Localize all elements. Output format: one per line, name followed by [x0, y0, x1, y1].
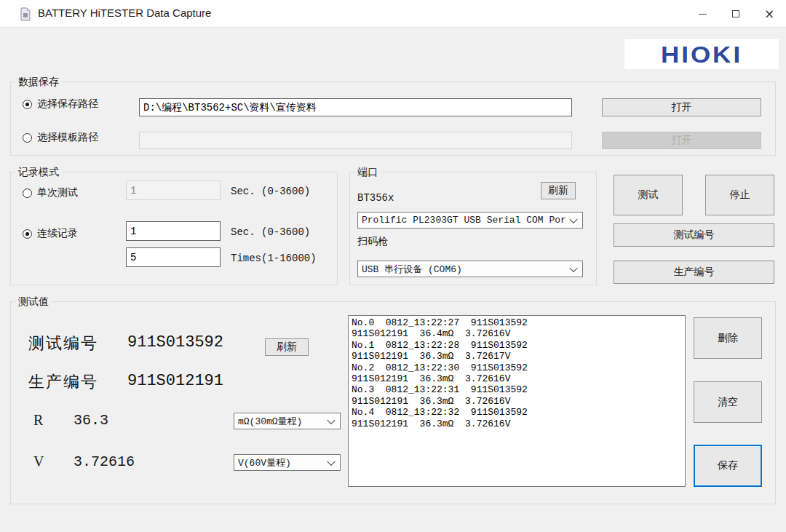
test-values-group: 测试值 测试编号 911S013592 刷新 生产编号 911S012191 R…: [10, 301, 776, 504]
device-label: BT356x: [357, 192, 394, 204]
delete-button[interactable]: 删除: [694, 317, 762, 359]
close-button[interactable]: ×: [753, 0, 786, 28]
resistance-range-select[interactable]: mΩ(30mΩ量程): [234, 413, 341, 429]
test-no-label: 测试编号: [28, 333, 98, 354]
template-path-radio-row[interactable]: 选择模板路径: [23, 131, 98, 144]
continuous-interval-hint: Sec. (0-3600): [231, 226, 310, 238]
app-icon: [20, 7, 31, 21]
open-template-path-button: 打开: [602, 132, 761, 149]
record-mode-group-label: 记录模式: [15, 166, 62, 178]
device-port-selected: Prolific PL2303GT USB Serial COM Por: [362, 215, 566, 226]
resistance-value: 36.3: [74, 412, 108, 429]
title-bar: BATTERY HiTESTER Data Capture ×: [0, 0, 786, 28]
continuous-record-radio-label: 连续记录: [37, 227, 78, 240]
stop-button[interactable]: 停止: [705, 175, 774, 215]
port-refresh-button[interactable]: 刷新: [541, 182, 576, 199]
port-group-label: 端口: [354, 166, 381, 178]
continuous-times-input[interactable]: [126, 247, 221, 267]
template-path-radio[interactable]: [23, 133, 32, 143]
window-title: BATTERY HiTESTER Data Capture: [38, 7, 211, 19]
values-refresh-button[interactable]: 刷新: [265, 338, 309, 356]
prod-no-value: 911S012191: [127, 372, 223, 390]
test-button[interactable]: 测试: [614, 175, 683, 215]
chevron-down-icon: [327, 416, 335, 424]
production-number-button[interactable]: 生产编号: [614, 261, 774, 284]
window-controls: ×: [686, 0, 786, 28]
save-path-radio-label: 选择保存路径: [37, 98, 98, 111]
scanner-label: 扫码枪: [357, 235, 388, 248]
test-number-button[interactable]: 测试编号: [614, 223, 774, 247]
continuous-interval-input[interactable]: [126, 221, 221, 241]
voltage-label: V: [33, 453, 44, 470]
continuous-record-radio-row[interactable]: 连续记录: [23, 227, 78, 240]
voltage-range-selected: V(60V量程): [238, 456, 291, 469]
save-path-radio[interactable]: [23, 100, 32, 109]
hioki-logo-text: HIOKI: [661, 41, 742, 68]
single-test-radio-row[interactable]: 单次测试: [23, 186, 78, 199]
data-save-group: 数据保存 选择保存路径 打开 选择模板路径 打开: [10, 82, 776, 156]
resistance-range-selected: mΩ(30mΩ量程): [238, 415, 302, 428]
template-path-input: [139, 132, 572, 149]
maximize-icon: [732, 10, 739, 17]
maximize-button[interactable]: [719, 0, 753, 28]
scanner-port-selected: USB 串行设备 (COM6): [362, 263, 462, 276]
save-button[interactable]: 保存: [694, 445, 762, 487]
record-mode-group: 记录模式 单次测试 Sec. (0-3600) 连续记录 Sec. (0-360…: [10, 172, 338, 285]
chevron-down-icon: [569, 215, 577, 223]
continuous-times-hint: Times(1-16000): [231, 253, 317, 264]
single-interval-hint: Sec. (0-3600): [231, 186, 310, 197]
measurement-log[interactable]: No.0 0812_13:22:27 911S013592 911S012191…: [348, 315, 686, 487]
voltage-range-select[interactable]: V(60V量程): [234, 454, 341, 471]
single-test-radio-label: 单次测试: [37, 186, 78, 199]
scanner-port-select[interactable]: USB 串行设备 (COM6): [357, 261, 583, 277]
minimize-icon: [699, 14, 707, 15]
data-save-group-label: 数据保存: [15, 76, 62, 88]
test-values-group-label: 测试值: [15, 295, 52, 308]
port-group: 端口 刷新 BT356x Prolific PL2303GT USB Seria…: [349, 172, 597, 285]
single-interval-input: [126, 180, 221, 200]
clear-button[interactable]: 清空: [694, 381, 762, 423]
minimize-button[interactable]: [686, 0, 719, 28]
continuous-record-radio[interactable]: [23, 229, 32, 239]
template-path-radio-label: 选择模板路径: [37, 131, 98, 144]
prod-no-label: 生产编号: [28, 371, 98, 393]
close-icon: ×: [764, 8, 774, 20]
chevron-down-icon: [569, 263, 577, 271]
test-no-value: 911S013592: [127, 333, 223, 352]
device-port-select[interactable]: Prolific PL2303GT USB Serial COM Por: [357, 212, 583, 229]
save-path-input[interactable]: [139, 98, 572, 116]
resistance-label: R: [33, 412, 43, 429]
single-test-radio[interactable]: [23, 188, 32, 198]
chevron-down-icon: [327, 457, 335, 465]
hioki-logo: HIOKI: [624, 39, 779, 69]
open-save-path-button[interactable]: 打开: [602, 98, 761, 116]
save-path-radio-row[interactable]: 选择保存路径: [23, 98, 98, 111]
voltage-value: 3.72616: [74, 453, 135, 470]
